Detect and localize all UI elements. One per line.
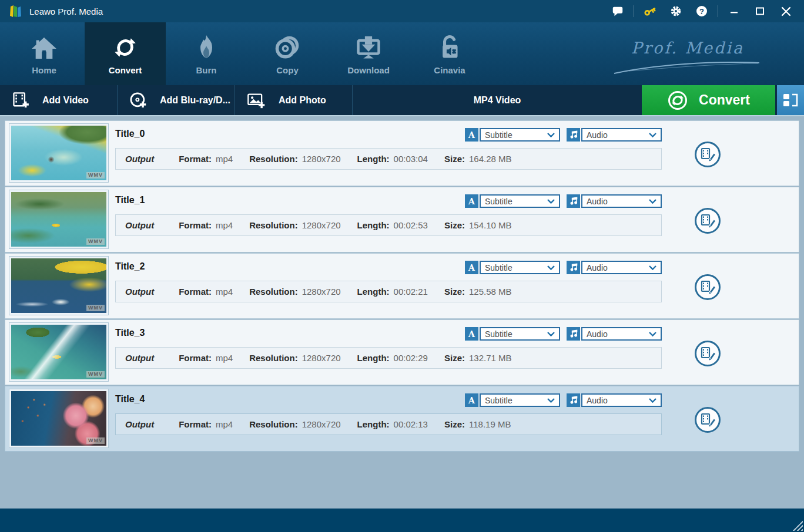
brand-script-text: Prof. Media [611,39,764,57]
subtitle-value: Subtitle [485,130,547,140]
leawo-logo-icon [8,4,24,18]
help-icon: ? [696,6,707,16]
watermark: WMV [86,172,105,179]
video-row-title-4[interactable]: WMV Title_4 A Subtitle Audio Output Form… [5,386,799,452]
convert-button[interactable]: Convert [642,85,775,115]
brand-script: Prof. Media [611,39,764,76]
edit-video-button[interactable] [694,273,722,301]
panel-toggle-icon [782,93,799,108]
key-icon [643,4,657,18]
chevron-down-icon [547,199,555,204]
audio-dropdown[interactable]: Audio [567,327,662,341]
edit-film-pencil-icon [694,406,722,434]
help-button[interactable]: ? [692,3,712,19]
video-row-title-2[interactable]: WMV Title_2 A Subtitle Audio Output Form… [5,253,799,319]
output-info-bar: Output Format:mp4 Resolution:1280x720 Le… [115,148,662,170]
settings-button[interactable] [666,3,686,19]
output-format-label: MP4 Video [474,95,521,106]
video-thumbnail[interactable]: WMV [9,389,108,447]
video-row-title-3[interactable]: WMV Title_3 A Subtitle Audio Output Form… [5,319,799,385]
output-label: Output [125,419,154,429]
cinavia-unlock-mute-icon [437,34,462,60]
maximize-icon [755,6,765,16]
output-format-selector[interactable]: MP4 Video [353,85,642,115]
edit-video-button[interactable] [694,140,722,169]
add-video-button[interactable]: Add Video [0,85,118,115]
close-icon [781,6,791,16]
tab-burn[interactable]: Burn [166,22,247,85]
titlebar-separator [718,5,718,17]
edit-video-button[interactable] [694,339,722,368]
video-row-title-1[interactable]: WMV Title_1 A Subtitle Audio Output Form… [5,187,799,252]
audio-dropdown[interactable]: Audio [567,393,662,407]
output-label: Output [125,287,154,297]
edit-video-button[interactable] [694,207,722,235]
toggle-panel-button[interactable] [777,85,804,115]
add-bluray-label: Add Blu-ray/D... [160,95,230,106]
main-nav: Home Convert Burn [0,22,804,85]
add-photo-icon [247,92,266,109]
subtitle-icon: A [465,261,478,274]
tab-download-label: Download [347,65,390,75]
audio-dropdown[interactable]: Audio [567,261,662,274]
subtitle-dropdown[interactable]: A Subtitle [465,194,560,208]
maximize-button[interactable] [750,3,770,19]
video-thumbnail[interactable]: WMV [9,124,108,182]
edit-film-pencil-icon [694,273,722,301]
subtitle-dropdown[interactable]: A Subtitle [465,261,560,274]
audio-icon [567,194,580,208]
audio-value: Audio [587,130,649,140]
convert-button-label: Convert [699,92,750,108]
register-button[interactable] [640,3,660,19]
tab-cinavia-label: Cinavia [434,65,465,75]
tab-convert[interactable]: Convert [85,22,166,85]
subtitle-icon: A [465,393,478,407]
video-title: Title_4 [115,394,145,405]
video-title: Title_3 [115,328,145,338]
subtitle-dropdown[interactable]: A Subtitle [465,128,560,142]
video-thumbnail[interactable]: WMV [9,190,108,248]
audio-icon [567,393,580,407]
chevron-down-icon [649,265,656,270]
audio-dropdown[interactable]: Audio [567,128,662,142]
chevron-down-icon [547,332,555,336]
output-info-bar: Output Format:mp4 Resolution:1280x720 Le… [115,347,662,369]
home-icon [31,35,58,60]
resize-grip[interactable] [792,520,803,531]
minimize-button[interactable] [724,3,744,19]
tab-cinavia[interactable]: Cinavia [409,22,490,85]
subtitle-dropdown[interactable]: A Subtitle [465,393,560,407]
audio-icon [567,128,580,142]
video-thumbnail[interactable]: WMV [9,323,108,381]
subtitle-value: Subtitle [485,263,547,272]
video-title: Title_1 [115,195,145,206]
chevron-down-icon [649,332,656,336]
subtitle-dropdown[interactable]: A Subtitle [465,327,560,341]
close-button[interactable] [776,3,796,19]
output-label: Output [125,154,154,164]
video-thumbnail[interactable]: WMV [9,257,108,315]
tab-copy[interactable]: Copy [247,22,328,85]
subtitle-value: Subtitle [485,329,547,339]
audio-icon [567,327,580,341]
minimize-icon [729,6,739,16]
app-title: Leawo Prof. Media [29,6,103,16]
output-info-bar: Output Format:mp4 Resolution:1280x720 Le… [115,413,662,435]
chevron-down-icon [547,265,555,270]
add-bluray-button[interactable]: Add Blu-ray/D... [118,85,235,115]
subtitle-value: Subtitle [485,396,547,405]
title-bar: Leawo Prof. Media [0,0,804,22]
tab-home[interactable]: Home [4,22,85,85]
watermark: WMV [86,238,105,245]
audio-dropdown[interactable]: Audio [567,194,662,208]
tab-burn-label: Burn [196,65,217,75]
video-row-title-0[interactable]: WMV Title_0 A Subtitle Audio Output Form… [5,120,799,186]
toolbar: Add Video Add Blu-ray/D... Add Photo MP4… [0,85,804,116]
edit-video-button[interactable] [694,406,722,434]
video-title: Title_0 [115,129,145,139]
tab-copy-label: Copy [276,65,299,75]
tab-download[interactable]: Download [328,22,409,85]
add-photo-button[interactable]: Add Photo [235,85,353,115]
feedback-button[interactable] [608,3,628,19]
add-video-icon [12,92,29,109]
